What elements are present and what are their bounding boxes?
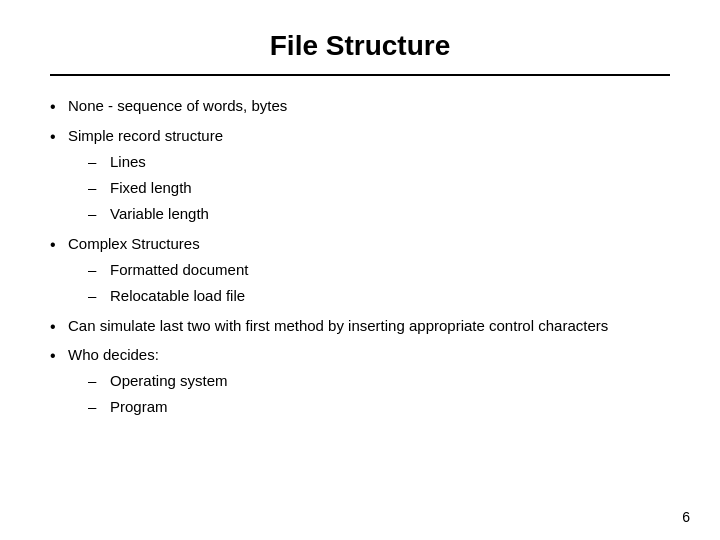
list-item: • Can simulate last two with first metho… [50, 314, 670, 340]
sub-dash: – [88, 176, 110, 200]
sub-dash: – [88, 150, 110, 174]
bullet-text: Who decides: – Operating system – Progra… [68, 343, 670, 421]
bullet-dot: • [50, 232, 68, 258]
sub-dash: – [88, 202, 110, 226]
list-item: • Simple record structure – Lines – Fixe… [50, 124, 670, 228]
bullet-dot: • [50, 343, 68, 369]
sub-text: Lines [110, 150, 670, 174]
sub-dash: – [88, 395, 110, 419]
sub-list: – Formatted document – Relocatable load … [68, 258, 670, 308]
sub-list: – Operating system – Program [68, 369, 670, 419]
sub-dash: – [88, 284, 110, 308]
sub-list-item: – Relocatable load file [88, 284, 670, 308]
sub-list-item: – Lines [88, 150, 670, 174]
title-divider [50, 74, 670, 76]
sub-text: Fixed length [110, 176, 670, 200]
slide: File Structure • None - sequence of word… [0, 0, 720, 540]
sub-list: – Lines – Fixed length – Variable length [68, 150, 670, 226]
sub-list-item: – Operating system [88, 369, 670, 393]
sub-list-item: – Formatted document [88, 258, 670, 282]
bullet-text: None - sequence of words, bytes [68, 94, 670, 118]
page-number: 6 [682, 509, 690, 525]
sub-dash: – [88, 369, 110, 393]
sub-text: Formatted document [110, 258, 670, 282]
list-item: • Who decides: – Operating system – Prog… [50, 343, 670, 421]
list-item: • None - sequence of words, bytes [50, 94, 670, 120]
sub-text: Relocatable load file [110, 284, 670, 308]
sub-dash: – [88, 258, 110, 282]
sub-text: Variable length [110, 202, 670, 226]
bullet-dot: • [50, 124, 68, 150]
sub-text: Operating system [110, 369, 670, 393]
bullet-dot: • [50, 94, 68, 120]
main-bullet-list: • None - sequence of words, bytes • Simp… [50, 94, 670, 421]
bullet-text: Simple record structure – Lines – Fixed … [68, 124, 670, 228]
bullet-dot: • [50, 314, 68, 340]
sub-list-item: – Fixed length [88, 176, 670, 200]
bullet-text: Complex Structures – Formatted document … [68, 232, 670, 310]
slide-title: File Structure [50, 30, 670, 62]
slide-content: • None - sequence of words, bytes • Simp… [50, 94, 670, 510]
sub-list-item: – Variable length [88, 202, 670, 226]
sub-text: Program [110, 395, 670, 419]
sub-list-item: – Program [88, 395, 670, 419]
list-item: • Complex Structures – Formatted documen… [50, 232, 670, 310]
bullet-text: Can simulate last two with first method … [68, 314, 670, 338]
